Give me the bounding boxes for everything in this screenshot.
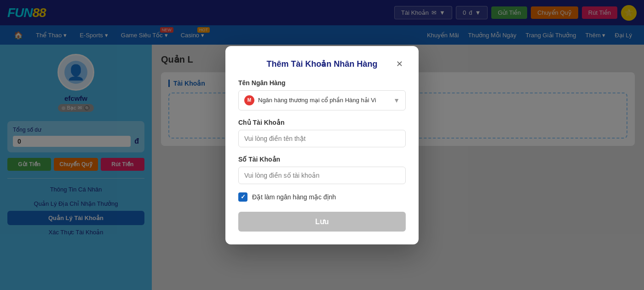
modal-title: Thêm Tài Khoản Nhân Hàng — [266, 59, 377, 69]
so-tai-khoan-group: Số Tài Khoản — [238, 156, 406, 184]
default-bank-checkbox[interactable] — [238, 192, 247, 202]
modal-header: Thêm Tài Khoản Nhân Hàng ✕ — [238, 59, 406, 69]
bank-select-dropdown[interactable]: M Ngân hàng thương mại cổ phần Hàng hải … — [238, 90, 406, 110]
chu-tai-khoan-label: Chủ Tài Khoản — [238, 119, 406, 126]
so-tai-khoan-input[interactable] — [238, 167, 406, 184]
bank-icon: M — [244, 95, 254, 105]
chu-tai-khoan-input[interactable] — [238, 130, 406, 147]
modal-close-button[interactable]: ✕ — [393, 58, 406, 70]
chu-tai-khoan-group: Chủ Tài Khoản — [238, 119, 406, 147]
default-bank-label: Đặt làm ngân hàng mặc định — [252, 193, 336, 201]
bank-name-label: Tên Ngân Hàng — [238, 79, 406, 87]
bank-selected-name: Ngân hàng thương mại cổ phần Hàng hải Vi — [258, 97, 390, 104]
modal-overlay[interactable]: Thêm Tài Khoản Nhân Hàng ✕ Tên Ngân Hàng… — [0, 0, 644, 290]
bank-name-group: Tên Ngân Hàng M Ngân hàng thương mại cổ … — [238, 79, 406, 110]
modal: Thêm Tài Khoản Nhân Hàng ✕ Tên Ngân Hàng… — [225, 46, 419, 244]
save-button[interactable]: Lưu — [238, 212, 406, 232]
bank-chevron-icon: ▼ — [393, 97, 400, 104]
so-tai-khoan-label: Số Tài Khoản — [238, 156, 406, 163]
default-bank-row: Đặt làm ngân hàng mặc định — [238, 192, 406, 202]
